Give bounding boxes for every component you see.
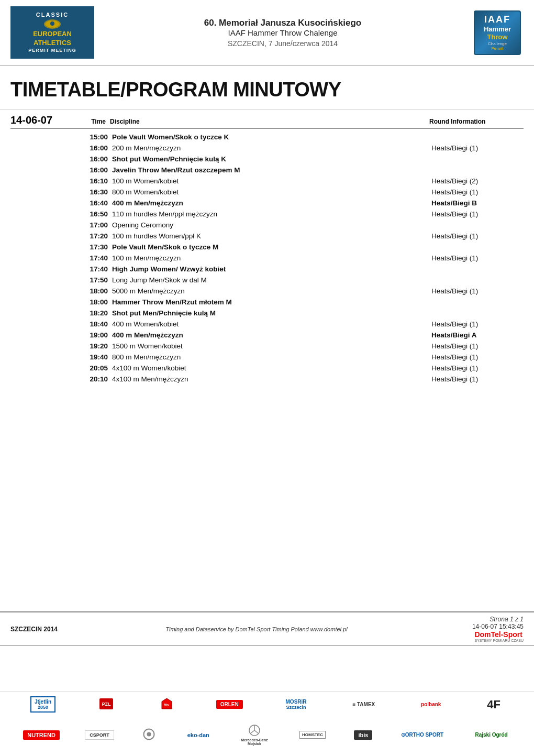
page-title-section: TIMETABLE/PROGRAM MINUTOWY — [0, 66, 534, 110]
time-cell: 16:40 — [73, 198, 110, 209]
time-cell: 16:00 — [73, 143, 110, 154]
svg-text:PZL: PZL — [102, 702, 112, 707]
round-cell — [429, 275, 524, 286]
time-cell: 18:00 — [73, 286, 110, 297]
time-cell: 16:00 — [73, 165, 110, 176]
table-row: 18:20Shot put Men/Pchnięcie kulą M — [10, 308, 524, 319]
time-cell: 16:30 — [73, 187, 110, 198]
table-row: 17:20100 m hurdles Women/ppł KHeats/Bieg… — [10, 231, 524, 242]
ekodan-sponsor: eko-dan — [184, 731, 213, 739]
table-row: 16:30800 m Women/kobietHeats/Biegi (1) — [10, 187, 524, 198]
page-header: CLASSIC EUROPEAN ATHLETICS PERMIT MEETIN… — [0, 0, 534, 66]
discipline-cell: 100 m Women/kobiet — [110, 176, 429, 187]
challenge-text: Challenge — [488, 41, 507, 47]
discipline-cell: Javelin Throw Men/Rzut oszczepem M — [110, 165, 429, 176]
eagle-icon — [43, 18, 62, 30]
table-row: 17:00Opening Ceromony — [10, 220, 524, 231]
table-row: 16:10100 m Women/kobietHeats/Biegi (2) — [10, 176, 524, 187]
round-cell — [429, 264, 524, 275]
discipline-cell: 100 m Men/mężczyzn — [110, 253, 429, 264]
table-row: 20:104x100 m Men/mężczyznHeats/Biegi (1) — [10, 374, 524, 385]
svg-text:Min.: Min. — [164, 703, 170, 706]
round-cell — [429, 154, 524, 165]
pzl-sponsor: PZL — [95, 696, 117, 713]
event-subtitle: IAAF Hammer Throw Chalenge — [105, 28, 461, 37]
round-cell: Heats/Biegi (1) — [429, 319, 524, 330]
time-cell: 17:30 — [73, 242, 110, 253]
discipline-cell: 4x100 m Men/mężczyzn — [110, 374, 429, 385]
orlen-sponsor: ORLEN — [216, 700, 243, 709]
round-cell: Heats/Biegi (1) — [429, 209, 524, 220]
time-cell: 17:40 — [73, 253, 110, 264]
mercedes-sponsor: Mercedes-BenzMojsiuk — [238, 723, 271, 747]
discipline-cell: 4x100 m Women/kobiet — [110, 363, 429, 374]
rajski-ogrod-sponsor: Rajski Ogród — [472, 731, 510, 739]
european-athletics-logo: CLASSIC EUROPEAN ATHLETICS PERMIT MEETIN… — [10, 6, 94, 59]
time-cell: 17:20 — [73, 231, 110, 242]
round-cell: Heats/Biegi (1) — [429, 143, 524, 154]
round-cell — [429, 242, 524, 253]
time-cell: 19:20 — [73, 341, 110, 352]
logo-classic-text: CLASSIC — [36, 11, 69, 18]
discipline-cell: Long Jump Men/Skok w dal M — [110, 275, 429, 286]
schedule-section: 14-06-07 Time Discipline Round Informati… — [10, 114, 524, 385]
discipline-cell: 110 m hurdles Men/ppł mężczyzn — [110, 209, 429, 220]
event-location: SZCZECIN, 7 June/czerwca 2014 — [105, 39, 461, 48]
discipline-cell: Hammer Throw Men/Rzut młotem M — [110, 297, 429, 308]
discipline-cell: 400 m Men/mężczyzn — [110, 330, 429, 341]
table-row: 19:201500 m Women/kobietHeats/Biegi (1) — [10, 341, 524, 352]
page-title: TIMETABLE/PROGRAM MINUTOWY — [10, 79, 524, 101]
round-cell: Heats/Biegi (1) — [429, 286, 524, 297]
throw-text: Throw — [487, 33, 508, 41]
discipline-cell: 400 m Men/mężczyzn — [110, 198, 429, 209]
discipline-cell: 1500 m Women/kobiet — [110, 341, 429, 352]
time-cell: 17:40 — [73, 264, 110, 275]
footer-date: 14-06-07 15:43:45 — [440, 623, 524, 630]
col-discipline-header: Discipline — [110, 118, 429, 125]
time-cell: 20:10 — [73, 374, 110, 385]
table-row: 16:40400 m Men/mężczyznHeats/Biegi B — [10, 198, 524, 209]
event-title: 60. Memoriał Janusza Kusocińskiego — [105, 18, 461, 28]
round-cell: Heats/Biegi (2) — [429, 176, 524, 187]
gear-sponsor — [139, 727, 159, 743]
time-cell: 18:00 — [73, 297, 110, 308]
csport-sponsor: CSPORT — [85, 730, 114, 740]
round-cell — [429, 308, 524, 319]
sponsors-row1: Jtjetlin 2050 PZL Min. ORLEN MOSRiR Szcz… — [0, 692, 534, 717]
table-row: 19:40800 m Men/mężczyznHeats/Biegi (1) — [10, 352, 524, 363]
round-cell: Heats/Biegi (1) — [429, 352, 524, 363]
table-row: 16:00Javelin Throw Men/Rzut oszczepem M — [10, 165, 524, 176]
discipline-cell: 200 m Men/mężczyzn — [110, 143, 429, 154]
footer-timing: Timing and Dataservice by DomTel Sport T… — [73, 626, 440, 632]
homstec-sponsor: HOMSTEC — [296, 730, 329, 740]
iaaf-text: IAAF — [484, 14, 510, 25]
round-cell: Heats/Biegi (1) — [429, 374, 524, 385]
footer-page-info: Strona 1 z 1 — [490, 616, 524, 623]
footer-city: SZCZECIN 2014 — [10, 626, 73, 633]
iaaf-hammer-logo: IAAF Hammer Throw Challenge Permit — [474, 10, 521, 55]
time-cell: 19:00 — [73, 330, 110, 341]
svg-point-1 — [50, 21, 54, 26]
round-cell — [429, 130, 524, 143]
orthosport-sponsor: ⊙ORTHO SPORT — [398, 731, 447, 739]
logo-permit-text: PERMIT MEETING — [28, 48, 76, 54]
round-cell: Heats/Biegi (1) — [429, 231, 524, 242]
time-cell: 20:05 — [73, 363, 110, 374]
discipline-cell: Shot put Men/Pchnięcie kulą M — [110, 308, 429, 319]
discipline-cell: Pole Vault Women/Skok o tyczce K — [110, 130, 429, 143]
svg-point-6 — [147, 732, 151, 737]
discipline-cell: Pole Vault Men/Skok o tyczce M — [110, 242, 429, 253]
col-round-header: Round Information — [429, 118, 524, 125]
sponsors-row2: NUTREND CSPORT eko-dan Mercedes-BenzMojs… — [0, 719, 534, 751]
table-row: 18:00Hammer Throw Men/Rzut młotem M — [10, 297, 524, 308]
round-cell: Heats/Biegi (1) — [429, 253, 524, 264]
nutrend-sponsor: NUTREND — [23, 730, 60, 740]
table-row: 19:00400 m Men/mężczyznHeats/Biegi A — [10, 330, 524, 341]
time-cell: 19:40 — [73, 352, 110, 363]
discipline-cell: 5000 m Men/mężczyzn — [110, 286, 429, 297]
discipline-cell: 800 m Men/mężczyzn — [110, 352, 429, 363]
fourf-sponsor: 4F — [484, 697, 504, 713]
round-cell — [429, 165, 524, 176]
round-cell — [429, 297, 524, 308]
time-cell: 18:40 — [73, 319, 110, 330]
